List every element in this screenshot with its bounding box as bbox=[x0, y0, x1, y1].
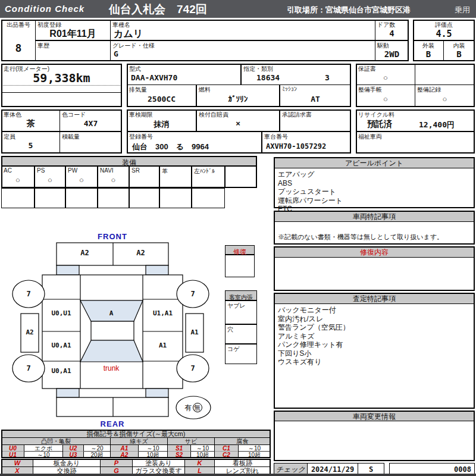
equipment-cell-leather: 革 bbox=[159, 166, 192, 188]
equipment-label-pw: PW bbox=[68, 167, 77, 174]
jibaiseki: × bbox=[197, 119, 279, 128]
class-sub-number: 3 bbox=[325, 73, 330, 82]
legend-desc: 10超 bbox=[190, 451, 215, 458]
rear-window-shape bbox=[80, 340, 143, 362]
mileage-dotted-divider bbox=[2, 85, 121, 86]
displacement-cell: 排気量 2500CC bbox=[127, 84, 196, 107]
assessment-header: 査定特記事項 bbox=[275, 294, 474, 304]
legend-desc: ～10 bbox=[24, 451, 63, 458]
jibaiseki-cell: 検付自賠責 × bbox=[196, 109, 280, 131]
sheet-number-cell: 0008 bbox=[389, 463, 475, 475]
jibaiseki-label: 検付自賠責 bbox=[199, 111, 228, 119]
change-info-panel: 車両変更情報 bbox=[274, 411, 475, 461]
drive: 2WD bbox=[375, 49, 408, 59]
recycle-status: 預託済 bbox=[367, 119, 392, 130]
rear-left-tire-depth: 7 bbox=[20, 364, 37, 372]
spare-yes-label: 有 bbox=[185, 403, 192, 412]
equipment-label-navi: NAVI bbox=[100, 167, 114, 174]
capacity: 5 bbox=[2, 141, 60, 150]
spare-tire-indicator: 有無 bbox=[177, 403, 210, 413]
model-name-cell: 車種名 カムリ bbox=[110, 20, 375, 40]
change-info-header: 車両変更情報 bbox=[275, 412, 474, 421]
assessment-line: バックモニター付 bbox=[278, 306, 471, 315]
model-name: カムリ bbox=[114, 28, 143, 40]
chassis-number: AXVH70-1057292 bbox=[266, 142, 326, 151]
maintenance-book: ○ bbox=[356, 95, 415, 104]
equipment-cell-pw: PW ○ bbox=[65, 166, 98, 188]
color-code-cell: 色コード 4X7 bbox=[60, 109, 122, 131]
registration-number-label: 登録番号 bbox=[129, 133, 153, 141]
equipment-label-ps: PS bbox=[37, 167, 45, 174]
recycle-fee: 12,400円 bbox=[419, 120, 455, 130]
transmission: AT bbox=[280, 95, 350, 104]
equipment-cell-ps: PS ○ bbox=[35, 166, 65, 188]
warranty-cell: 保証書 ○ bbox=[356, 64, 415, 85]
legend-title: 損傷記号＆損傷サイズ(～最大cm) bbox=[1, 430, 271, 438]
left-front-door-code: U0,U1 bbox=[43, 309, 79, 317]
right-rear-door-code: A1 bbox=[144, 342, 181, 349]
chassis-number-label: 車台番号 bbox=[264, 133, 288, 141]
inspector: S bbox=[358, 465, 384, 474]
check-date: 2024/11/29 bbox=[308, 465, 358, 474]
payload-cell: 積載量 bbox=[60, 131, 122, 154]
header-bar: Condition Check 仙台入札会 742回 引取場所：宮城県仙台市宮城… bbox=[0, 0, 476, 18]
registration-number-cell: 登録番号 仙台 300 る 9964 bbox=[127, 131, 262, 154]
equipment-title: 装備 bbox=[122, 158, 136, 167]
rear-bumper-shape bbox=[57, 397, 168, 416]
assessment-lines: バックモニター付 室内汚れ/スレ 警告ランプ（空気圧） アルミキズ パンク修理キ… bbox=[278, 306, 471, 367]
transmission-cell: ﾐｯｼｮﾝ AT bbox=[280, 84, 351, 107]
equipment-header: 装備 bbox=[1, 156, 257, 166]
maintenance-book-cell: 整備手帳 ○ bbox=[356, 84, 415, 107]
windshield-code: A bbox=[82, 309, 141, 317]
assessment-line: 室内汚れ/スレ bbox=[278, 315, 471, 324]
vehicle-category: 乗用 bbox=[455, 5, 470, 15]
body-color-cell: 車体色 茶 bbox=[1, 109, 60, 131]
displacement: 2500CC bbox=[127, 95, 196, 104]
model-code-label: 型式 bbox=[129, 65, 141, 73]
lot-number-cell: 出品番号 8 bbox=[1, 20, 36, 61]
equipment-label-sr: SR bbox=[131, 167, 140, 174]
front-right-tire-depth: 7 bbox=[184, 290, 201, 298]
body-color-label: 車体色 bbox=[4, 111, 21, 119]
special-notes-panel: 車両特記事項 ※記載のない書類・機器等は無しとして取り扱います。 bbox=[274, 211, 475, 245]
maintenance-record: ○ bbox=[415, 95, 474, 104]
fuel-cell: 燃料 ｶﾞｿﾘﾝ bbox=[196, 84, 280, 107]
legend-code: W bbox=[1, 459, 33, 467]
exterior-grade-cell: 外装 B bbox=[413, 40, 444, 61]
special-notes-header: 車両特記事項 bbox=[275, 212, 474, 222]
grade: G bbox=[114, 49, 118, 58]
appeal-line: 運転席パワーシート bbox=[278, 196, 471, 205]
equipment-value-ac: ○ bbox=[2, 176, 34, 184]
doors-label: ドア数 bbox=[377, 21, 395, 29]
history-label: 車歴 bbox=[37, 42, 49, 50]
assessment-line: 警告ランプ（空気圧） bbox=[278, 323, 471, 332]
mileage: 59,338km bbox=[2, 71, 121, 85]
left-side-code: A2 bbox=[21, 328, 39, 336]
equipment-value-navi: ○ bbox=[98, 176, 129, 184]
equipment-value-ps: ○ bbox=[35, 176, 65, 184]
inspector-cell: S bbox=[358, 463, 384, 475]
equipment-cell-navi: NAVI ○ bbox=[98, 166, 129, 188]
warranty-empty-cell bbox=[415, 64, 475, 85]
interior-grade: B bbox=[444, 49, 474, 59]
approval-label: 承認請求書 bbox=[282, 111, 312, 119]
equipment-cell-extra bbox=[225, 166, 257, 188]
equipment-label-lhd: 左ﾊﾝﾄﾞﾙ bbox=[194, 167, 215, 176]
brand-title: Condition Check bbox=[5, 4, 84, 14]
legend-code: U3 bbox=[62, 451, 84, 458]
class-number: 18634 bbox=[256, 73, 280, 82]
auction-sheet: Condition Check 仙台入札会 742回 引取場所：宮城県仙台市宮城… bbox=[0, 0, 476, 476]
grade-label: グレード・仕様 bbox=[112, 42, 155, 50]
score: 4.5 bbox=[414, 29, 474, 39]
maintenance-book-label: 整備手帳 bbox=[358, 86, 382, 94]
front-bumper-right-code: A2 bbox=[113, 249, 168, 257]
displacement-label: 排気量 bbox=[129, 86, 147, 94]
front-label: FRONT bbox=[57, 232, 168, 241]
trunk-label: trunk bbox=[82, 364, 141, 372]
equipment-cell-ac: AC ○ bbox=[1, 166, 35, 188]
front-left-fender-shade bbox=[57, 265, 79, 275]
score-label: 評価点 bbox=[414, 21, 474, 29]
maintenance-record-label: 整備記録 bbox=[417, 86, 441, 94]
equipment-label-ac: AC bbox=[4, 167, 12, 174]
capacity-cell: 定員 5 bbox=[1, 131, 60, 154]
